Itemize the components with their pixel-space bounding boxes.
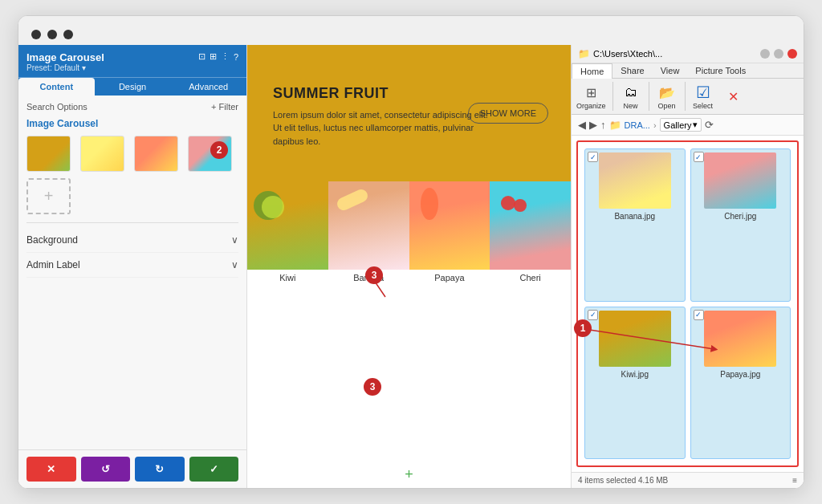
- file-name-cheri: Cheri.jpg: [724, 212, 756, 221]
- thumb-kiwi[interactable]: [26, 136, 71, 172]
- carousel-caption-cheri: Cheri: [519, 270, 540, 284]
- carousel-item-banana: Banana: [328, 181, 409, 461]
- fe-path-arrow: ›: [653, 120, 657, 130]
- search-options-label: Search Options: [26, 102, 87, 112]
- filter-button[interactable]: + Filter: [211, 102, 238, 112]
- fe-status-bar: 4 items selected 4.16 MB ≡: [572, 472, 804, 488]
- fe-action-open[interactable]: 📂 Open: [656, 83, 678, 110]
- layout-icon[interactable]: ⊞: [210, 51, 217, 62]
- fe-gallery-label: Gallery: [664, 120, 692, 130]
- file-item-banana[interactable]: ✓ Banana.jpg: [584, 148, 686, 302]
- add-image-button[interactable]: +: [26, 178, 71, 214]
- background-chevron: ∨: [231, 234, 238, 246]
- file-name-kiwi: Kiwi.jpg: [621, 370, 649, 379]
- organize-icon: ⊞: [580, 83, 602, 102]
- fe-path-dra[interactable]: DRA...: [625, 120, 650, 130]
- carousel-label: Image Carousel: [26, 118, 238, 129]
- browser-dot-3: [63, 30, 73, 39]
- hero-body: Lorem ipsum dolor sit amet, consectetur …: [273, 108, 498, 148]
- browser-window: Image Carousel Preset: Default ▾ ⊡ ⊞ ⋮ ?…: [18, 15, 804, 489]
- open-label: Open: [658, 102, 676, 110]
- fe-refresh-btn[interactable]: ⟳: [705, 119, 714, 131]
- fe-back-btn[interactable]: ◀: [578, 119, 586, 131]
- admin-label-row[interactable]: Admin Label ∨: [26, 253, 238, 278]
- carousel-caption-banana: Banana: [353, 270, 384, 284]
- fe-close-btn[interactable]: [787, 49, 797, 59]
- tab-design[interactable]: Design: [95, 78, 171, 96]
- fe-up-btn[interactable]: ↑: [600, 119, 606, 131]
- fe-sep-3: [685, 82, 686, 111]
- fe-dropdown-chevron: ▾: [693, 120, 698, 130]
- tab-advanced[interactable]: Advanced: [170, 78, 246, 96]
- background-row[interactable]: Background ∨: [26, 228, 238, 253]
- tab-content[interactable]: Content: [18, 78, 95, 96]
- panel-preset: Preset: Default ▾: [26, 63, 104, 72]
- select-icon: ☑: [692, 83, 714, 102]
- hero-banner: SUMMER FRUIT Lorem ipsum dolor sit amet,…: [247, 45, 571, 181]
- fe-forward-btn[interactable]: ▶: [589, 119, 597, 131]
- save-button[interactable]: ✓: [189, 457, 239, 482]
- fe-sep-2: [649, 82, 649, 111]
- cancel-button[interactable]: ✕: [26, 457, 76, 482]
- hero-title: SUMMER FRUIT: [273, 85, 545, 102]
- carousel-img-cheri: [490, 181, 571, 270]
- search-row: Search Options + Filter: [26, 102, 238, 112]
- fe-maximize-btn[interactable]: [774, 49, 783, 59]
- resize-icon[interactable]: ⊡: [198, 51, 206, 62]
- delete-icon: ✕: [722, 87, 745, 106]
- fe-tab-view[interactable]: View: [653, 63, 688, 78]
- admin-chevron: ∨: [231, 259, 238, 270]
- new-icon: 🗂: [620, 83, 642, 102]
- browser-chrome: [18, 16, 804, 45]
- select-label: Select: [693, 102, 713, 110]
- thumb-papaya[interactable]: [134, 136, 178, 172]
- canvas-footer: +: [247, 461, 571, 488]
- thumb-banana[interactable]: [80, 136, 124, 172]
- fe-title-path: C:\Users\Xtech\...: [593, 49, 760, 59]
- file-item-cheri[interactable]: ✓ Cheri.jpg: [690, 148, 791, 302]
- carousel-strip: Kiwi Banana Papaya: [247, 181, 571, 461]
- canvas-area: SUMMER FRUIT Lorem ipsum dolor sit amet,…: [247, 45, 571, 488]
- fe-action-new[interactable]: 🗂 New: [620, 83, 642, 110]
- carousel-item-cheri: Cheri: [490, 181, 571, 461]
- fe-win-buttons: [760, 49, 797, 59]
- fe-action-organize[interactable]: ⊞ Organize: [576, 83, 606, 110]
- fe-minimize-btn[interactable]: [760, 49, 770, 59]
- file-checkbox-cheri[interactable]: ✓: [694, 152, 704, 162]
- panel-content: Search Options + Filter Image Carousel +…: [18, 96, 246, 449]
- fe-folder-icon: 📁: [578, 48, 590, 59]
- add-section-button[interactable]: +: [405, 466, 413, 482]
- file-checkbox-kiwi[interactable]: ✓: [588, 310, 598, 320]
- open-icon: 📂: [656, 83, 678, 102]
- show-more-button[interactable]: SHOW MORE: [468, 103, 548, 124]
- fe-tab-share[interactable]: Share: [612, 63, 652, 78]
- background-label: Background: [26, 234, 78, 246]
- fe-tab-home[interactable]: Home: [572, 63, 612, 79]
- thumb-cheri[interactable]: [188, 136, 232, 172]
- file-name-papaya: Papaya.jpg: [720, 370, 760, 379]
- more-icon[interactable]: ⋮: [221, 51, 230, 62]
- carousel-img-kiwi: [247, 181, 328, 270]
- panel-header: Image Carousel Preset: Default ▾ ⊡ ⊞ ⋮ ?: [18, 45, 246, 77]
- file-checkbox-banana[interactable]: ✓: [588, 152, 598, 162]
- file-item-kiwi[interactable]: ✓ Kiwi.jpg: [584, 307, 686, 460]
- help-icon[interactable]: ?: [234, 52, 238, 62]
- carousel-item-kiwi: Kiwi: [247, 181, 328, 461]
- fe-tab-picture-tools[interactable]: Picture Tools: [687, 63, 754, 78]
- file-item-papaya[interactable]: ✓ Papaya.jpg: [690, 307, 791, 460]
- organize-label: Organize: [576, 102, 606, 110]
- file-thumb-papaya: [704, 311, 776, 367]
- file-checkbox-papaya[interactable]: ✓: [694, 310, 704, 320]
- fe-action-select[interactable]: ☑ Select: [692, 83, 714, 110]
- new-label: New: [624, 102, 638, 110]
- browser-dot-2: [47, 30, 57, 39]
- carousel-caption-kiwi: Kiwi: [279, 270, 295, 284]
- fe-view-icon[interactable]: ≡: [792, 476, 797, 485]
- reset-button-2[interactable]: ↻: [135, 457, 185, 482]
- fe-titlebar: 📁 C:\Users\Xtech\...: [572, 45, 804, 63]
- fe-action-delete[interactable]: ✕: [722, 87, 745, 106]
- carousel-caption-papaya: Papaya: [434, 270, 464, 284]
- reset-button-1[interactable]: ↺: [81, 457, 131, 482]
- fe-sep-1: [612, 82, 613, 111]
- fe-gallery-dropdown[interactable]: Gallery ▾: [660, 118, 702, 132]
